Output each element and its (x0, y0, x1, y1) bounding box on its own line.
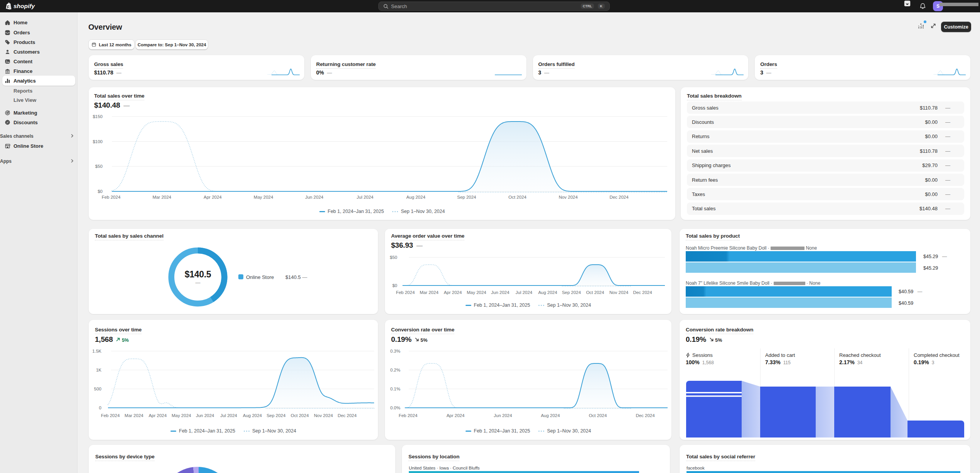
svg-text:Feb 2024: Feb 2024 (396, 290, 415, 295)
svg-text:1.5K: 1.5K (92, 349, 101, 353)
svg-text:0.3%: 0.3% (390, 349, 400, 353)
svg-text:Jun 2024: Jun 2024 (196, 413, 214, 418)
svg-text:500: 500 (94, 387, 101, 391)
svg-text:1K: 1K (96, 368, 101, 372)
svg-text:$150: $150 (93, 114, 103, 119)
svg-text:Oct 2024: Oct 2024 (291, 413, 309, 418)
svg-text:May 2024: May 2024 (254, 195, 273, 199)
svg-text:Dec 2024: Dec 2024 (337, 413, 357, 418)
svg-text:Oct 2024: Oct 2024 (508, 195, 526, 199)
svg-text:Feb 2024: Feb 2024 (399, 413, 418, 418)
svg-text:$50: $50 (390, 255, 397, 260)
svg-text:Sep 2024: Sep 2024 (562, 290, 581, 295)
svg-text:Dec 2024: Dec 2024 (633, 290, 652, 295)
svg-text:Aug 2024: Aug 2024 (407, 195, 426, 199)
svg-text:Jul 2024: Jul 2024 (220, 413, 237, 418)
svg-text:Aug 2024: Aug 2024 (538, 290, 557, 295)
svg-text:0.0%: 0.0% (390, 405, 400, 410)
svg-text:Jul 2024: Jul 2024 (516, 290, 533, 295)
svg-text:Apr 2024: Apr 2024 (444, 290, 462, 295)
svg-text:Apr 2024: Apr 2024 (447, 413, 465, 418)
svg-text:May 2024: May 2024 (172, 413, 191, 418)
svg-text:May 2024: May 2024 (467, 290, 486, 295)
svg-text:Jun 2024: Jun 2024 (305, 195, 324, 199)
svg-text:Mar 2024: Mar 2024 (125, 413, 143, 418)
svg-text:$0: $0 (392, 283, 397, 288)
svg-text:Nov 2024: Nov 2024 (314, 413, 333, 418)
svg-text:Dec 2024: Dec 2024 (636, 413, 655, 418)
svg-text:0.2%: 0.2% (390, 368, 400, 372)
svg-text:Nov 2024: Nov 2024 (559, 195, 578, 199)
svg-text:Apr 2024: Apr 2024 (204, 195, 222, 199)
svg-text:Mar 2024: Mar 2024 (420, 290, 439, 295)
svg-text:Oct 2024: Oct 2024 (586, 290, 604, 295)
svg-text:Feb 2024: Feb 2024 (101, 413, 120, 418)
svg-text:shopify: shopify (13, 3, 35, 9)
svg-text:Dec 2024: Dec 2024 (609, 195, 629, 199)
svg-text:Jun 2024: Jun 2024 (491, 290, 509, 295)
svg-text:Aug 2024: Aug 2024 (541, 413, 560, 418)
svg-text:Jul 2024: Jul 2024 (357, 195, 374, 199)
svg-text:Apr 2024: Apr 2024 (148, 413, 167, 418)
svg-text:Mar 2024: Mar 2024 (152, 195, 171, 199)
svg-text:0: 0 (99, 405, 101, 410)
svg-text:$50: $50 (95, 164, 103, 169)
svg-text:Sep 2024: Sep 2024 (457, 195, 476, 199)
svg-text:Aug 2024: Aug 2024 (243, 413, 262, 418)
svg-text:Oct 2024: Oct 2024 (589, 413, 607, 418)
svg-text:Nov 2024: Nov 2024 (609, 290, 629, 295)
svg-text:$0: $0 (98, 189, 103, 194)
svg-text:Jun 2024: Jun 2024 (494, 413, 512, 418)
svg-text:$100: $100 (93, 139, 103, 144)
svg-text:0.1%: 0.1% (390, 387, 400, 391)
svg-text:Feb 2024: Feb 2024 (102, 195, 121, 199)
svg-text:Sep 2024: Sep 2024 (267, 413, 286, 418)
